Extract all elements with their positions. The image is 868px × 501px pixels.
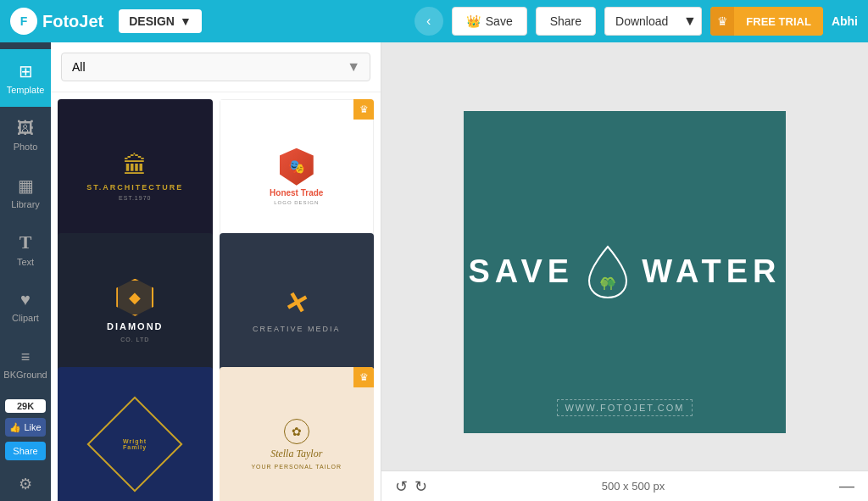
like-button[interactable]: 👍 Like — [5, 418, 46, 437]
save-label: Save — [486, 14, 513, 28]
canvas-size: 500 x 500 px — [602, 480, 665, 493]
honest-sub: LOGO DESIGN — [274, 200, 319, 205]
free-trial-button[interactable]: FREE TRIAL — [734, 7, 823, 36]
water-word: WATER — [642, 253, 781, 290]
user-avatar: Abhi — [832, 14, 858, 28]
social-area: 29K 👍 Like Share — [0, 392, 51, 467]
sidebar-template-label: Template — [7, 85, 45, 95]
sidebar: ⊞ Template 🖼 Photo ▦ Library T Text ♥ Cl… — [0, 42, 51, 501]
canvas-container[interactable]: SAVE WATER WWW.FOTOJET.COM — [464, 111, 786, 433]
template-icon: ⊞ — [19, 61, 33, 81]
share-button[interactable]: Share — [536, 7, 596, 36]
share-small-label: Share — [13, 446, 37, 456]
design-label: DESIGN — [129, 14, 175, 28]
logo-area: F FotoJet — [10, 8, 103, 35]
save-button[interactable]: 👑 Save — [452, 7, 527, 36]
crown-badge: ♛ — [353, 99, 374, 120]
diamond-hex-icon: ◆ — [116, 279, 153, 316]
back-button[interactable]: ‹ — [415, 7, 443, 36]
template-wright-family[interactable]: WrightFamily — [58, 367, 213, 501]
arch-buildings-icon: 🏛 — [123, 152, 147, 180]
diamond-title: DIAMOND — [107, 321, 164, 331]
stella-circle-icon: ✿ — [284, 419, 309, 444]
settings-icon: ⚙ — [19, 475, 32, 493]
free-trial-label: FREE TRIAL — [746, 15, 811, 28]
logo-icon: F — [10, 8, 37, 35]
clipart-icon: ♥ — [20, 290, 31, 309]
download-button[interactable]: Download — [604, 7, 678, 36]
undo-icon: ↺ — [395, 478, 408, 495]
logo-text: FotoJet — [42, 12, 103, 31]
sidebar-item-bkground[interactable]: ≡ BKGround — [0, 336, 51, 393]
arch-title: ST.ARCHITECTURE — [86, 183, 183, 192]
sidebar-item-library[interactable]: ▦ Library — [0, 164, 51, 221]
sidebar-photo-label: Photo — [14, 142, 38, 152]
template-architecture[interactable]: 🏛 ST.ARCHITECTURE EST.1970 — [58, 99, 213, 254]
template-honest-trade[interactable]: ♛ 🎭 Honest Trade LOGO DESIGN — [220, 99, 375, 254]
zoom-out-icon: — — [839, 477, 854, 494]
redo-icon: ↻ — [415, 478, 427, 495]
download-label: Download — [615, 14, 668, 28]
stella-title: Stella Taylor — [270, 448, 322, 460]
download-arrow-button[interactable]: ▼ — [678, 7, 702, 36]
zoom-out-button[interactable]: — — [839, 477, 854, 495]
sidebar-clipart-label: Clipart — [12, 313, 39, 323]
bkground-icon: ≡ — [21, 348, 31, 366]
topbar: F FotoJet DESIGN ▼ ‹ 👑 Save Share Downlo… — [0, 0, 868, 42]
sidebar-item-clipart[interactable]: ♥ Clipart — [0, 278, 51, 336]
svg-point-1 — [608, 280, 615, 287]
watermark: WWW.FOTOJET.COM — [557, 399, 692, 416]
template-grid: 🏛 ST.ARCHITECTURE EST.1970 ♛ 🎭 Honest Tr… — [51, 92, 381, 501]
like-label: Like — [24, 422, 41, 432]
share-small-button[interactable]: Share — [5, 442, 46, 460]
undo-button[interactable]: ↺ — [395, 477, 408, 496]
photo-icon: 🖼 — [17, 119, 34, 138]
library-icon: ▦ — [18, 175, 34, 196]
save-crown-icon: 👑 — [466, 14, 481, 28]
main-layout: ⊞ Template 🖼 Photo ▦ Library T Text ♥ Cl… — [0, 42, 868, 501]
water-drop-icon — [582, 242, 633, 302]
sidebar-item-template[interactable]: ⊞ Template — [0, 49, 51, 107]
arch-sub: EST.1970 — [119, 195, 151, 201]
diamond-sub: CO. LTD — [120, 337, 149, 342]
dropdown-arrow: ▼ — [180, 14, 192, 28]
honest-shield-icon: 🎭 — [280, 148, 314, 186]
template-creative-media[interactable]: ✕ CREATIVE MEDIA — [220, 233, 375, 388]
filter-select[interactable]: All Business Creative Modern Vintage — [61, 53, 370, 81]
template-filter: All Business Creative Modern Vintage ▼ — [51, 42, 381, 92]
canvas-area: SAVE WATER WWW.FOTOJET.COM ↺ ↻ — [381, 42, 868, 501]
sidebar-item-text[interactable]: T Text — [0, 221, 51, 279]
sidebar-library-label: Library — [11, 199, 40, 209]
redo-button[interactable]: ↻ — [415, 477, 427, 496]
sidebar-text-label: Text — [17, 257, 34, 267]
template-diamond[interactable]: ◆ DIAMOND CO. LTD — [58, 233, 213, 388]
share-label: Share — [550, 14, 581, 28]
sidebar-item-photo[interactable]: 🖼 Photo — [0, 107, 51, 164]
like-count: 29K — [5, 399, 46, 413]
back-icon: ‹ — [426, 14, 431, 29]
template-stella-taylor[interactable]: ♛ ✿ Stella Taylor YOUR PERSONAL TAILOR — [220, 367, 375, 501]
stella-crown-badge: ♛ — [353, 367, 374, 387]
like-icon: 👍 — [9, 422, 21, 433]
save-word: SAVE — [468, 253, 574, 290]
sidebar-bkground-label: BKGround — [3, 370, 47, 380]
design-dropdown[interactable]: DESIGN ▼ — [119, 9, 202, 33]
wright-text: WrightFamily — [123, 438, 147, 450]
template-panel: All Business Creative Modern Vintage ▼ 🏛… — [51, 42, 381, 501]
save-water-text: SAVE WATER — [468, 242, 781, 302]
honest-title: Honest Trade — [270, 188, 323, 198]
settings-button[interactable]: ⚙ — [0, 467, 51, 501]
filter-wrapper: All Business Creative Modern Vintage ▼ — [61, 53, 370, 81]
creative-title: CREATIVE MEDIA — [253, 325, 340, 333]
creative-x-icon: ✕ — [281, 285, 312, 322]
wright-diamond-icon: WrightFamily — [87, 397, 183, 493]
stella-sub: YOUR PERSONAL TAILOR — [251, 464, 342, 470]
svg-point-0 — [601, 280, 608, 287]
crown-icon: ♛ — [710, 7, 734, 36]
text-icon: T — [19, 231, 32, 253]
canvas-footer: ↺ ↻ 500 x 500 px — — [381, 470, 868, 501]
